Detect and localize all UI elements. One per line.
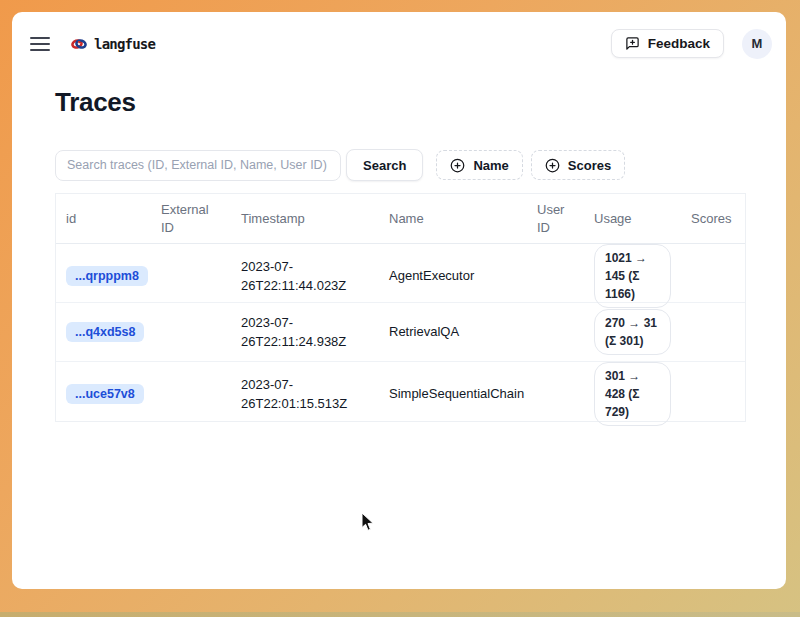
name-filter-label: Name xyxy=(473,158,508,173)
name-cell: RetrievalQA xyxy=(379,322,527,342)
name-cell: AgentExecutor xyxy=(379,266,527,286)
search-button[interactable]: Search xyxy=(346,149,423,181)
traces-table: id External ID Timestamp Name User ID Us… xyxy=(55,193,746,422)
langfuse-logo[interactable]: langfuse xyxy=(71,36,155,52)
plus-circle-icon xyxy=(545,158,560,173)
column-header-id: id xyxy=(56,203,151,235)
column-header-scores: Scores xyxy=(681,203,747,235)
message-plus-icon xyxy=(625,36,640,51)
menu-icon[interactable] xyxy=(30,37,50,51)
name-filter-button[interactable]: Name xyxy=(436,150,522,180)
usage-badge: 270 → 31 (Σ 301) xyxy=(594,309,671,355)
trace-id-link[interactable]: ...uce57v8 xyxy=(66,384,144,404)
column-header-timestamp: Timestamp xyxy=(231,203,379,235)
trace-id-link[interactable]: ...qrpppm8 xyxy=(66,266,148,286)
feedback-button[interactable]: Feedback xyxy=(611,29,724,58)
usage-badge: 1021 → 145 (Σ 1166) xyxy=(594,244,671,308)
desktop-frame: { "header": { "logo_text": "langfuse", "… xyxy=(0,0,800,617)
main-content: Traces Search Name Scores xyxy=(12,87,786,422)
timestamp-cell: 2023-07-26T22:11:24.938Z xyxy=(231,313,379,352)
scores-filter-button[interactable]: Scores xyxy=(531,150,625,180)
knot-icon xyxy=(71,36,87,52)
top-bar-right: Feedback M xyxy=(611,29,772,59)
avatar-initial: M xyxy=(752,36,763,51)
usage-badge: 301 → 428 (Σ 729) xyxy=(594,362,671,426)
column-header-external-id: External ID xyxy=(151,194,231,243)
top-bar-left: langfuse xyxy=(30,36,155,52)
avatar[interactable]: M xyxy=(742,29,772,59)
column-header-usage: Usage xyxy=(584,203,681,235)
app-window: langfuse Feedback M Traces xyxy=(12,12,786,589)
trace-id-link[interactable]: ...q4xd5s8 xyxy=(66,322,144,342)
column-header-user-id: User ID xyxy=(527,194,584,243)
timestamp-cell: 2023-07-26T22:11:44.023Z xyxy=(231,257,379,296)
table-row: ...q4xd5s8 2023-07-26T22:11:24.938Z Retr… xyxy=(56,303,745,362)
name-cell: SimpleSequentialChain xyxy=(379,384,527,404)
top-bar: langfuse Feedback M xyxy=(12,12,786,62)
feedback-label: Feedback xyxy=(648,36,710,51)
scores-filter-label: Scores xyxy=(568,158,611,173)
table-row: ...uce57v8 2023-07-26T22:01:15.513Z Simp… xyxy=(56,362,745,421)
table-row: ...qrpppm8 2023-07-26T22:11:44.023Z Agen… xyxy=(56,244,745,303)
plus-circle-icon xyxy=(450,158,465,173)
logo-text: langfuse xyxy=(94,36,155,52)
frame-bottom-edge xyxy=(0,612,800,617)
timestamp-cell: 2023-07-26T22:01:15.513Z xyxy=(231,375,379,414)
controls-row: Search Name Scores xyxy=(55,149,743,181)
page-title: Traces xyxy=(55,87,743,118)
column-header-name: Name xyxy=(379,203,527,235)
search-input[interactable] xyxy=(55,150,341,181)
table-header-row: id External ID Timestamp Name User ID Us… xyxy=(56,194,745,244)
